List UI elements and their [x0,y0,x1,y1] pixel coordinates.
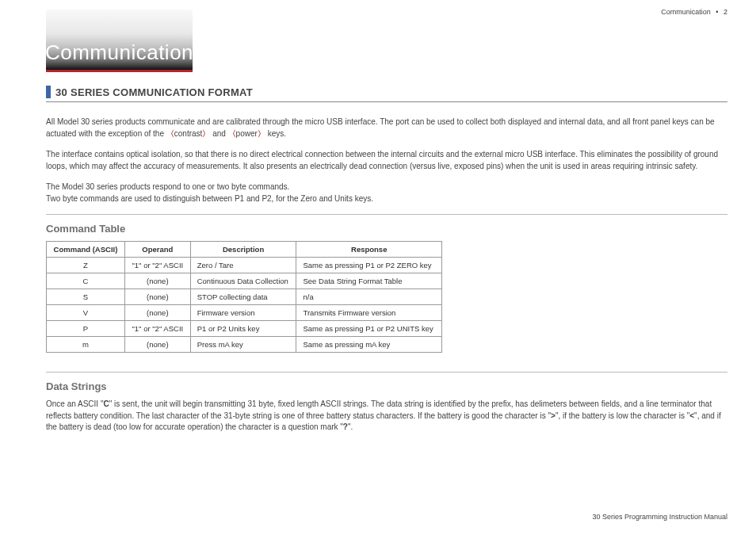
table-cell: V [47,305,125,321]
intro-paragraph-1: All Model 30 series products communicate… [46,117,727,139]
table-header: Operand [124,242,190,258]
table-cell: See Data String Format Table [296,273,442,289]
table-cell: Transmits Firmware version [296,305,442,321]
table-cell: n/a [296,289,442,305]
table-header: Command (ASCII) [47,242,125,258]
intro-paragraph-3: The Model 30 series products respond to … [46,182,727,204]
brace-open-icon: 〈 [228,129,236,138]
table-cell: Continuous Data Collection [190,273,296,289]
table-cell: C [47,273,125,289]
table-row: C(none)Continuous Data CollectionSee Dat… [47,273,442,289]
divider [46,372,727,373]
section-accent-stub [46,86,51,98]
table-cell: Press mA key [190,337,296,353]
table-row: m(none)Press mA keySame as pressing mA k… [47,337,442,353]
table-cell: Zero / Tare [190,258,296,273]
table-cell: Same as pressing P1 or P2 UNITS key [296,321,442,337]
table-cell: (none) [124,337,190,353]
table-row: S(none)STOP collecting datan/a [47,289,442,305]
brace-close-icon: 〉 [202,129,210,138]
table-cell: P [47,321,125,337]
table-cell: S [47,289,125,305]
table-cell: "1" or "2" ASCII [124,258,190,273]
section-title: 30 SERIES COMMUNICATION FORMAT [55,86,253,98]
data-strings-paragraph: Once an ASCII "C" is sent, the unit will… [46,399,727,434]
intro-paragraph-2: The interface contains optical isolation… [46,149,727,172]
data-strings-heading: Data Strings [46,380,727,392]
table-cell: m [47,337,125,353]
table-header: Description [190,242,296,258]
table-cell: Firmware version [190,305,296,321]
chapter-title-box: Communication [46,10,193,70]
breadcrumb-bullet: • [716,8,718,16]
section-title-row: 30 SERIES COMMUNICATION FORMAT [46,86,727,98]
table-cell: (none) [124,273,190,289]
divider [46,214,727,215]
brace-open-icon: 〈 [166,129,174,138]
table-row: P"1" or "2" ASCIIP1 or P2 Units keySame … [47,321,442,337]
table-cell: Same as pressing P1 or P2 ZERO key [296,258,442,273]
command-table-heading: Command Table [46,223,727,235]
section-underline [46,101,727,102]
table-cell: (none) [124,305,190,321]
table-cell: "1" or "2" ASCII [124,321,190,337]
breadcrumb: Communication • 2 [661,8,727,16]
breadcrumb-text: Communication [661,8,711,16]
table-cell: P1 or P2 Units key [190,321,296,337]
table-header: Response [296,242,442,258]
title-accent-bar [46,70,193,72]
command-table: Command (ASCII)OperandDescriptionRespons… [46,241,442,353]
brace-close-icon: 〉 [258,129,265,138]
table-row: V(none)Firmware versionTransmits Firmwar… [47,305,442,321]
chapter-title: Communication [45,40,193,65]
table-cell: STOP collecting data [190,289,296,305]
table-cell: (none) [124,289,190,305]
table-row: Z"1" or "2" ASCIIZero / TareSame as pres… [47,258,442,273]
table-cell: Z [47,258,125,273]
breadcrumb-page: 2 [724,8,727,16]
table-cell: Same as pressing mA key [296,337,442,353]
footer-text: 30 Series Programming Instruction Manual [592,513,727,521]
